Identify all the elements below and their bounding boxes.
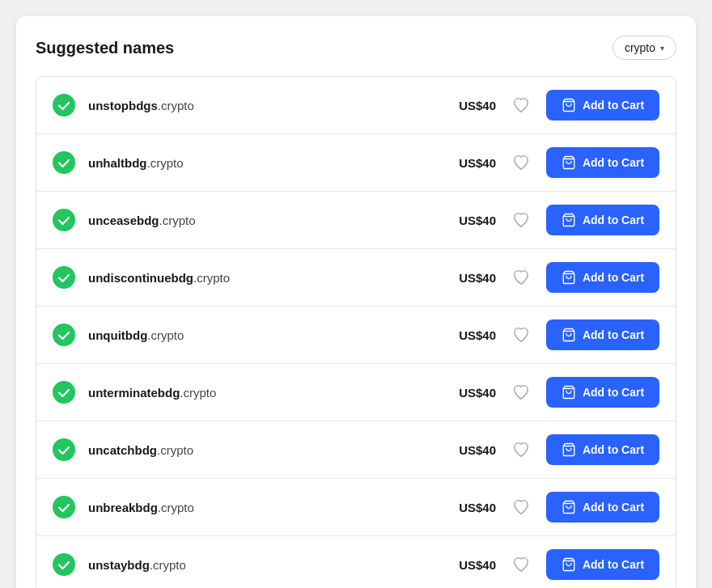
domain-name: unquitbdg.crypto (88, 328, 439, 342)
domain-name: unstopbdgs.crypto (88, 99, 439, 112)
domain-price: US$40 (451, 99, 496, 112)
add-to-cart-label: Add to Cart (583, 558, 644, 571)
add-to-cart-button[interactable]: Add to Cart (546, 147, 659, 178)
filter-dropdown[interactable]: crypto ▾ (612, 36, 676, 60)
chevron-down-icon: ▾ (660, 44, 664, 53)
domain-row: unstopbdgs.crypto US$40 Add to Cart (36, 77, 676, 134)
cart-icon (562, 500, 576, 514)
svg-point-12 (53, 438, 75, 461)
domain-price: US$40 (451, 156, 496, 170)
svg-point-8 (53, 324, 75, 346)
filter-label: crypto (625, 41, 655, 54)
domain-row: unhaltbdg.crypto US$40 Add to Cart (36, 134, 676, 192)
domain-name: unstaybdg.crypto (88, 558, 439, 572)
domain-row: unceasebdg.crypto US$40 Add to Cart (36, 192, 676, 249)
cart-icon (562, 270, 576, 285)
cart-icon (562, 328, 576, 342)
check-icon (53, 496, 75, 518)
check-icon (53, 151, 75, 174)
domain-row: undiscontinuebdg.crypto US$40 Add to Car… (36, 249, 676, 307)
add-to-cart-button[interactable]: Add to Cart (546, 205, 659, 235)
cart-icon (562, 213, 576, 227)
add-to-cart-button[interactable]: Add to Cart (546, 90, 659, 121)
add-to-cart-label: Add to Cart (583, 443, 644, 456)
domain-list: unstopbdgs.crypto US$40 Add to Cart unha… (36, 76, 676, 588)
svg-point-4 (53, 209, 75, 231)
svg-point-10 (53, 381, 75, 404)
domain-price: US$40 (451, 214, 496, 227)
cart-icon (562, 385, 576, 400)
domain-price: US$40 (451, 558, 496, 572)
wishlist-button[interactable] (509, 380, 533, 404)
domain-name: unceasebdg.crypto (88, 214, 439, 227)
heart-icon (512, 441, 530, 459)
wishlist-button[interactable] (509, 150, 533, 175)
check-icon (53, 438, 75, 461)
cart-icon (562, 442, 576, 457)
heart-icon (512, 211, 530, 229)
heart-icon (512, 269, 530, 286)
wishlist-button[interactable] (509, 552, 533, 577)
domain-price: US$40 (451, 328, 496, 342)
heart-icon (512, 556, 530, 573)
add-to-cart-button[interactable]: Add to Cart (546, 262, 659, 293)
domain-name: unhaltbdg.crypto (88, 156, 439, 170)
add-to-cart-label: Add to Cart (583, 99, 644, 112)
main-container: Suggested names crypto ▾ unstopbdgs.cryp… (16, 16, 696, 588)
domain-row: uncatchbdg.crypto US$40 Add to Cart (36, 421, 676, 479)
wishlist-button[interactable] (509, 265, 533, 290)
domain-price: US$40 (451, 443, 496, 457)
add-to-cart-button[interactable]: Add to Cart (546, 549, 659, 580)
heart-icon (512, 498, 530, 516)
domain-row: unquitbdg.crypto US$40 Add to Cart (36, 307, 676, 364)
page-title: Suggested names (36, 39, 174, 57)
add-to-cart-button[interactable]: Add to Cart (546, 319, 659, 350)
domain-name: uncatchbdg.crypto (88, 443, 439, 457)
domain-name: unterminatebdg.crypto (88, 386, 439, 400)
add-to-cart-label: Add to Cart (583, 328, 644, 341)
domain-row: unbreakbdg.crypto US$40 Add to Cart (36, 479, 676, 536)
domain-row: unstaybdg.crypto US$40 Add to Cart (36, 536, 676, 588)
svg-point-2 (53, 151, 75, 174)
add-to-cart-label: Add to Cart (583, 214, 644, 226)
cart-icon (562, 155, 576, 170)
wishlist-button[interactable] (509, 93, 533, 117)
add-to-cart-button[interactable]: Add to Cart (546, 377, 659, 408)
add-to-cart-label: Add to Cart (583, 501, 644, 514)
wishlist-button[interactable] (509, 438, 533, 462)
heart-icon (512, 326, 530, 344)
domain-price: US$40 (451, 501, 496, 514)
cart-icon (562, 557, 576, 572)
svg-point-0 (53, 94, 75, 116)
domain-price: US$40 (451, 271, 496, 285)
cart-icon (562, 98, 576, 112)
svg-point-6 (53, 266, 75, 289)
add-to-cart-label: Add to Cart (583, 386, 644, 399)
check-icon (53, 266, 75, 289)
domain-name: unbreakbdg.crypto (88, 501, 439, 514)
heart-icon (512, 96, 530, 114)
add-to-cart-button[interactable]: Add to Cart (546, 434, 659, 465)
domain-price: US$40 (451, 386, 496, 400)
check-icon (53, 94, 75, 116)
check-icon (53, 324, 75, 346)
check-icon (53, 553, 75, 576)
wishlist-button[interactable] (509, 323, 533, 347)
wishlist-button[interactable] (509, 208, 533, 232)
add-to-cart-label: Add to Cart (583, 156, 644, 169)
heart-icon (512, 154, 530, 171)
svg-point-16 (53, 553, 75, 576)
check-icon (53, 381, 75, 404)
heart-icon (512, 383, 530, 401)
svg-point-14 (53, 496, 75, 518)
header: Suggested names crypto ▾ (36, 36, 676, 60)
add-to-cart-button[interactable]: Add to Cart (546, 492, 659, 522)
domain-name: undiscontinuebdg.crypto (88, 271, 439, 285)
domain-row: unterminatebdg.crypto US$40 Add to Cart (36, 364, 676, 421)
check-icon (53, 209, 75, 231)
add-to-cart-label: Add to Cart (583, 271, 644, 284)
wishlist-button[interactable] (509, 495, 533, 519)
